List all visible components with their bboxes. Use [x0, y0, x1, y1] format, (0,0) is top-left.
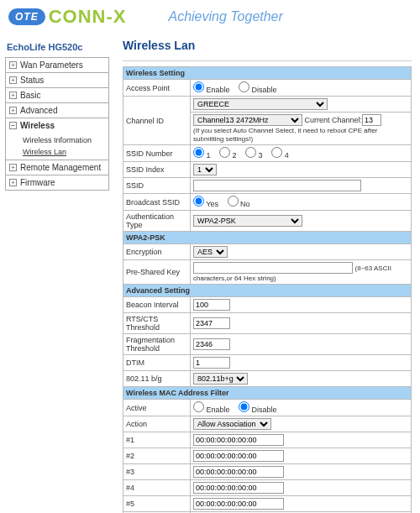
nav-remote[interactable]: +Remote Management — [6, 160, 108, 175]
nav-wireless[interactable]: −Wireless — [6, 118, 108, 133]
input-mac3[interactable] — [193, 466, 284, 478]
select-bg[interactable]: 802.11b+g — [193, 373, 248, 385]
label-ssid-index: SSID Index — [123, 162, 191, 178]
nav-status[interactable]: +Status — [6, 72, 108, 87]
radio-ssidnum-2[interactable] — [219, 147, 230, 158]
logo-ote: OTE — [8, 8, 45, 25]
page-title: Wireless Lan — [123, 39, 412, 52]
plus-icon: + — [9, 92, 17, 99]
input-mac4[interactable] — [193, 482, 284, 494]
label-ssid-number: SSID Number — [123, 145, 191, 162]
subnav-wireless: Wireless Information Wireless Lan — [6, 133, 108, 160]
section-mac-filter: Wireless MAC Address Filter — [123, 387, 412, 400]
nav-advanced[interactable]: +Advanced — [6, 102, 108, 118]
select-mac-action[interactable]: Allow Association — [193, 418, 271, 430]
label-mac-action: Action — [123, 416, 191, 432]
radio-ssidnum-3[interactable] — [245, 147, 256, 158]
hint-channel: (If you select Auto Channel Select, it n… — [193, 127, 377, 143]
select-country[interactable]: GREECE — [193, 98, 328, 110]
input-beacon[interactable] — [193, 299, 230, 311]
select-ssid-index[interactable]: 1 — [193, 164, 217, 175]
radio-ap-disable-label[interactable]: Disable — [239, 86, 277, 94]
radio-mac-disable[interactable] — [239, 401, 249, 412]
label-beacon: Beacon Interval — [123, 297, 191, 313]
subnav-wireless-info[interactable]: Wireless Information — [23, 134, 108, 146]
label-mac1: #1 — [123, 432, 191, 448]
nav-wan[interactable]: +Wan Parameters — [6, 58, 108, 72]
label-ssid: SSID — [123, 178, 191, 194]
input-current-channel[interactable] — [362, 114, 381, 126]
radio-broadcast-no[interactable] — [228, 196, 239, 207]
label-frag: Fragmentation Threshold — [123, 334, 191, 355]
plus-icon: + — [9, 179, 17, 186]
input-mac1[interactable] — [193, 434, 284, 446]
subnav-wireless-lan[interactable]: Wireless Lan — [23, 146, 108, 158]
label-channel-id: Channel ID — [123, 97, 191, 145]
plus-icon: + — [9, 61, 17, 69]
radio-broadcast-yes[interactable] — [193, 196, 204, 207]
input-dtim[interactable] — [193, 357, 230, 369]
label-mac5: #5 — [123, 496, 191, 512]
input-rts[interactable] — [193, 317, 230, 329]
radio-ssidnum-1[interactable] — [193, 147, 204, 158]
plus-icon: + — [9, 76, 17, 84]
logo-connx: CONN-X — [49, 6, 127, 28]
section-wireless-setting: Wireless Setting — [123, 67, 412, 80]
device-name: EchoLife HG520c — [5, 39, 109, 57]
radio-ap-enable[interactable] — [193, 81, 204, 92]
input-psk[interactable] — [193, 262, 353, 274]
plus-icon: + — [9, 164, 17, 171]
tagline: Achieving Together — [168, 9, 282, 24]
label-current-channel: Current Channel: — [305, 116, 363, 124]
select-encryption[interactable]: AES — [193, 246, 228, 258]
section-advanced: Advanced Setting — [123, 285, 412, 297]
settings-table: Wireless Setting Access Point Enable Dis… — [123, 66, 412, 513]
minus-icon: − — [9, 122, 17, 129]
label-access-point: Access Point — [123, 80, 191, 97]
select-channel[interactable]: Channel13 2472MHz — [193, 114, 302, 126]
nav: +Wan Parameters +Status +Basic +Advanced… — [5, 57, 109, 191]
label-dtim: DTIM — [123, 355, 191, 371]
radio-ap-enable-label[interactable]: Enable — [193, 86, 230, 94]
label-broadcast-ssid: Broadcast SSID — [123, 194, 191, 211]
label-rts: RTS/CTS Threshold — [123, 313, 191, 334]
label-encryption: Encryption — [123, 244, 191, 260]
sidebar: EchoLife HG520c +Wan Parameters +Status … — [5, 39, 109, 513]
input-ssid[interactable] — [193, 180, 361, 191]
section-wpa2psk: WPA2-PSK — [123, 232, 412, 244]
label-bg: 802.11 b/g — [123, 371, 191, 387]
nav-firmware[interactable]: +Firmware — [6, 175, 108, 190]
header: OTE CONN-X Achieving Together — [0, 0, 420, 34]
select-auth-type[interactable]: WPA2-PSK — [193, 215, 302, 227]
label-mac3: #3 — [123, 464, 191, 480]
label-mac2: #2 — [123, 448, 191, 464]
radio-ssidnum-4[interactable] — [271, 147, 282, 158]
plus-icon: + — [9, 107, 17, 114]
radio-mac-enable[interactable] — [193, 401, 204, 412]
label-auth-type: Authentication Type — [123, 211, 191, 232]
label-mac4: #4 — [123, 480, 191, 496]
label-mac-active: Active — [123, 400, 191, 416]
radio-ap-disable[interactable] — [239, 81, 249, 92]
input-mac2[interactable] — [193, 450, 284, 462]
nav-basic[interactable]: +Basic — [6, 87, 108, 102]
label-psk: Pre-Shared Key — [123, 260, 191, 285]
input-mac5[interactable] — [193, 498, 284, 510]
main: Wireless Lan Wireless Setting Access Poi… — [109, 34, 420, 513]
logo: OTE CONN-X — [8, 6, 126, 28]
input-frag[interactable] — [193, 338, 230, 350]
